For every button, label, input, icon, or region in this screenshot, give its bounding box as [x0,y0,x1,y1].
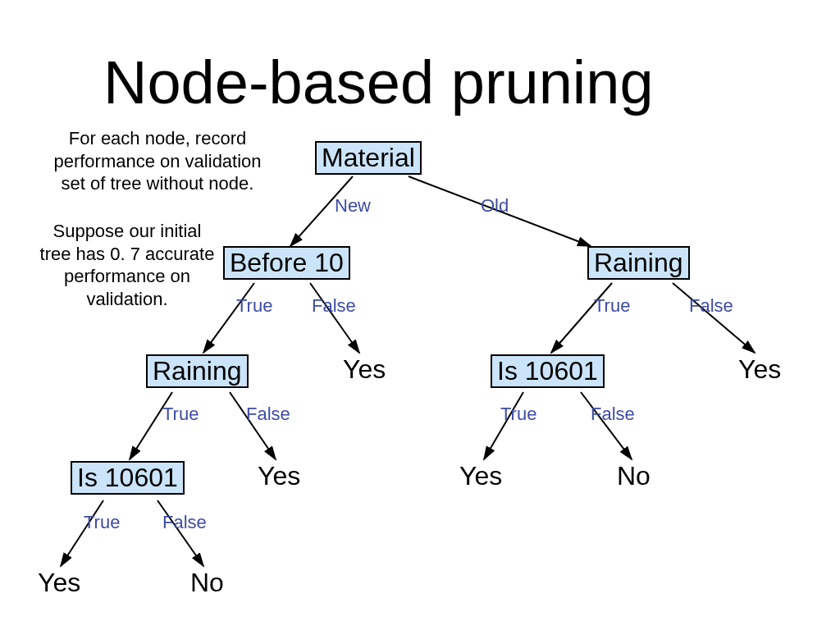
edge-is10601-left-false: False [162,512,207,533]
svg-line-5 [673,283,755,353]
annotation-left-mid: Suppose our initial tree has 0. 7 accura… [33,220,221,310]
annotation-top-left-line1: For each node, record performance on val… [53,128,261,194]
leaf-raining-right-false: Yes [738,354,781,385]
svg-line-6 [484,392,523,459]
slide-title: Node-based pruning [103,48,654,117]
edge-raining-left-true: True [162,404,199,425]
edge-material-new: New [335,195,371,217]
edge-is10601-right-false: False [591,404,635,425]
node-before10: Before 10 [223,246,350,280]
annotation-left-mid-text: Suppose our initial tree has 0. 7 accura… [40,221,215,309]
leaf-before10-false: Yes [343,354,386,385]
edge-raining-right-true: True [594,295,630,317]
svg-line-4 [551,283,612,353]
edge-before10-false: False [312,295,356,317]
node-is10601-right: Is 10601 [491,354,605,388]
node-is10601-left: Is 10601 [71,461,185,495]
edge-is10601-left-true: True [84,512,120,533]
edge-material-old: Old [481,195,509,217]
edge-raining-left-false: False [246,404,290,425]
slide: Node-based pruning For each node, record… [0,0,840,630]
leaf-is10601-left-false: No [190,568,224,598]
edge-is10601-right-true: True [500,404,536,425]
leaf-raining-left-false: Yes [258,461,300,491]
node-raining-right: Raining [587,246,690,280]
edge-raining-right-false: False [689,295,733,317]
svg-line-8 [130,392,172,459]
leaf-is10601-right-true: Yes [459,461,502,491]
leaf-is10601-right-false: No [617,461,651,491]
leaf-is10601-left-true: Yes [38,568,80,598]
node-raining-left: Raining [146,354,249,388]
svg-line-7 [581,392,632,459]
annotation-top-left: For each node, record performance on val… [51,127,264,195]
node-material: Material [315,141,422,175]
svg-line-11 [158,500,203,566]
svg-line-10 [61,500,103,566]
edge-before10-true: True [236,295,272,317]
svg-line-3 [310,283,359,353]
svg-line-9 [230,392,276,459]
